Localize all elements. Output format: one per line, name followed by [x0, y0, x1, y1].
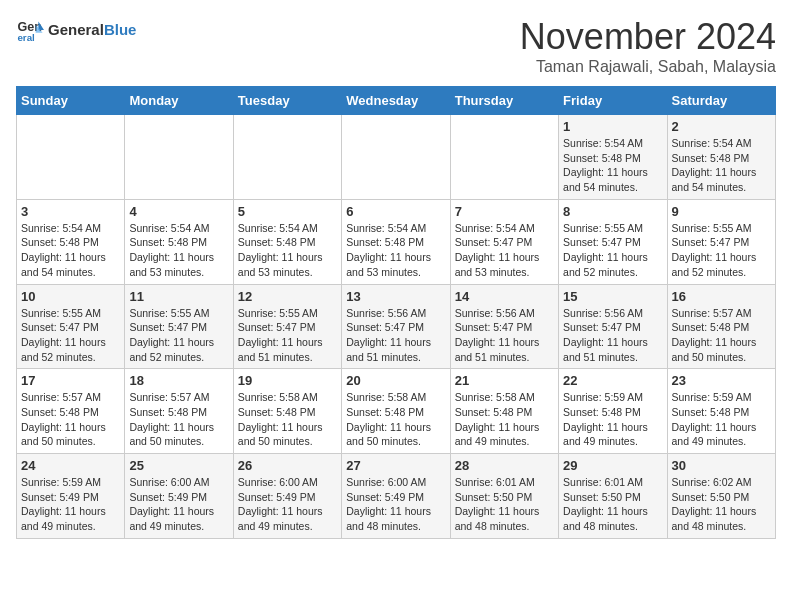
calendar-cell [125, 115, 233, 200]
calendar-cell: 7Sunrise: 5:54 AMSunset: 5:47 PMDaylight… [450, 199, 558, 284]
day-info: Sunrise: 5:54 AMSunset: 5:48 PMDaylight:… [672, 136, 771, 195]
weekday-header: Friday [559, 87, 667, 115]
weekday-header: Monday [125, 87, 233, 115]
day-info: Sunrise: 5:54 AMSunset: 5:48 PMDaylight:… [129, 221, 228, 280]
calendar-cell: 28Sunrise: 6:01 AMSunset: 5:50 PMDayligh… [450, 454, 558, 539]
day-number: 26 [238, 458, 337, 473]
calendar-cell: 4Sunrise: 5:54 AMSunset: 5:48 PMDaylight… [125, 199, 233, 284]
day-info: Sunrise: 5:55 AMSunset: 5:47 PMDaylight:… [672, 221, 771, 280]
calendar-cell: 30Sunrise: 6:02 AMSunset: 5:50 PMDayligh… [667, 454, 775, 539]
calendar-week-row: 24Sunrise: 5:59 AMSunset: 5:49 PMDayligh… [17, 454, 776, 539]
day-info: Sunrise: 5:58 AMSunset: 5:48 PMDaylight:… [238, 390, 337, 449]
day-info: Sunrise: 5:57 AMSunset: 5:48 PMDaylight:… [672, 306, 771, 365]
logo-icon: Gen eral [16, 16, 44, 44]
calendar-cell: 10Sunrise: 5:55 AMSunset: 5:47 PMDayligh… [17, 284, 125, 369]
day-number: 6 [346, 204, 445, 219]
day-number: 30 [672, 458, 771, 473]
day-number: 3 [21, 204, 120, 219]
day-info: Sunrise: 5:55 AMSunset: 5:47 PMDaylight:… [21, 306, 120, 365]
calendar-cell: 3Sunrise: 5:54 AMSunset: 5:48 PMDaylight… [17, 199, 125, 284]
month-title: November 2024 [520, 16, 776, 58]
calendar-cell: 12Sunrise: 5:55 AMSunset: 5:47 PMDayligh… [233, 284, 341, 369]
calendar-cell: 16Sunrise: 5:57 AMSunset: 5:48 PMDayligh… [667, 284, 775, 369]
day-number: 7 [455, 204, 554, 219]
calendar-cell: 22Sunrise: 5:59 AMSunset: 5:48 PMDayligh… [559, 369, 667, 454]
day-info: Sunrise: 5:58 AMSunset: 5:48 PMDaylight:… [455, 390, 554, 449]
weekday-header: Saturday [667, 87, 775, 115]
calendar-cell: 19Sunrise: 5:58 AMSunset: 5:48 PMDayligh… [233, 369, 341, 454]
calendar-cell: 14Sunrise: 5:56 AMSunset: 5:47 PMDayligh… [450, 284, 558, 369]
day-info: Sunrise: 5:57 AMSunset: 5:48 PMDaylight:… [129, 390, 228, 449]
page-header: Gen eral GeneralBlue November 2024 Taman… [16, 16, 776, 76]
day-number: 19 [238, 373, 337, 388]
day-number: 18 [129, 373, 228, 388]
day-info: Sunrise: 5:54 AMSunset: 5:47 PMDaylight:… [455, 221, 554, 280]
day-number: 24 [21, 458, 120, 473]
day-number: 15 [563, 289, 662, 304]
calendar-table: SundayMondayTuesdayWednesdayThursdayFrid… [16, 86, 776, 539]
day-info: Sunrise: 5:59 AMSunset: 5:49 PMDaylight:… [21, 475, 120, 534]
day-info: Sunrise: 5:59 AMSunset: 5:48 PMDaylight:… [563, 390, 662, 449]
calendar-cell: 15Sunrise: 5:56 AMSunset: 5:47 PMDayligh… [559, 284, 667, 369]
calendar-cell: 11Sunrise: 5:55 AMSunset: 5:47 PMDayligh… [125, 284, 233, 369]
day-number: 2 [672, 119, 771, 134]
day-number: 4 [129, 204, 228, 219]
calendar-cell: 18Sunrise: 5:57 AMSunset: 5:48 PMDayligh… [125, 369, 233, 454]
calendar-cell [17, 115, 125, 200]
day-number: 5 [238, 204, 337, 219]
calendar-cell: 21Sunrise: 5:58 AMSunset: 5:48 PMDayligh… [450, 369, 558, 454]
calendar-cell: 9Sunrise: 5:55 AMSunset: 5:47 PMDaylight… [667, 199, 775, 284]
calendar-cell: 5Sunrise: 5:54 AMSunset: 5:48 PMDaylight… [233, 199, 341, 284]
day-number: 25 [129, 458, 228, 473]
day-number: 9 [672, 204, 771, 219]
location: Taman Rajawali, Sabah, Malaysia [520, 58, 776, 76]
day-info: Sunrise: 5:56 AMSunset: 5:47 PMDaylight:… [346, 306, 445, 365]
calendar-cell: 29Sunrise: 6:01 AMSunset: 5:50 PMDayligh… [559, 454, 667, 539]
day-number: 10 [21, 289, 120, 304]
weekday-header-row: SundayMondayTuesdayWednesdayThursdayFrid… [17, 87, 776, 115]
day-number: 28 [455, 458, 554, 473]
calendar-cell: 26Sunrise: 6:00 AMSunset: 5:49 PMDayligh… [233, 454, 341, 539]
calendar-cell [342, 115, 450, 200]
calendar-cell: 1Sunrise: 5:54 AMSunset: 5:48 PMDaylight… [559, 115, 667, 200]
day-info: Sunrise: 6:00 AMSunset: 5:49 PMDaylight:… [238, 475, 337, 534]
calendar-cell: 27Sunrise: 6:00 AMSunset: 5:49 PMDayligh… [342, 454, 450, 539]
day-number: 16 [672, 289, 771, 304]
logo-blue: Blue [104, 21, 137, 38]
day-number: 29 [563, 458, 662, 473]
weekday-header: Tuesday [233, 87, 341, 115]
weekday-header: Thursday [450, 87, 558, 115]
weekday-header: Wednesday [342, 87, 450, 115]
day-info: Sunrise: 5:54 AMSunset: 5:48 PMDaylight:… [563, 136, 662, 195]
day-number: 1 [563, 119, 662, 134]
calendar-week-row: 3Sunrise: 5:54 AMSunset: 5:48 PMDaylight… [17, 199, 776, 284]
weekday-header: Sunday [17, 87, 125, 115]
title-block: November 2024 Taman Rajawali, Sabah, Mal… [520, 16, 776, 76]
day-info: Sunrise: 5:56 AMSunset: 5:47 PMDaylight:… [455, 306, 554, 365]
day-info: Sunrise: 6:02 AMSunset: 5:50 PMDaylight:… [672, 475, 771, 534]
calendar-cell: 6Sunrise: 5:54 AMSunset: 5:48 PMDaylight… [342, 199, 450, 284]
day-number: 20 [346, 373, 445, 388]
day-info: Sunrise: 6:01 AMSunset: 5:50 PMDaylight:… [455, 475, 554, 534]
day-number: 14 [455, 289, 554, 304]
day-info: Sunrise: 5:58 AMSunset: 5:48 PMDaylight:… [346, 390, 445, 449]
logo: Gen eral GeneralBlue [16, 16, 136, 44]
day-number: 11 [129, 289, 228, 304]
day-info: Sunrise: 5:57 AMSunset: 5:48 PMDaylight:… [21, 390, 120, 449]
calendar-cell: 23Sunrise: 5:59 AMSunset: 5:48 PMDayligh… [667, 369, 775, 454]
calendar-cell: 2Sunrise: 5:54 AMSunset: 5:48 PMDaylight… [667, 115, 775, 200]
day-number: 17 [21, 373, 120, 388]
day-number: 8 [563, 204, 662, 219]
calendar-cell: 17Sunrise: 5:57 AMSunset: 5:48 PMDayligh… [17, 369, 125, 454]
day-info: Sunrise: 5:56 AMSunset: 5:47 PMDaylight:… [563, 306, 662, 365]
calendar-week-row: 1Sunrise: 5:54 AMSunset: 5:48 PMDaylight… [17, 115, 776, 200]
day-info: Sunrise: 6:00 AMSunset: 5:49 PMDaylight:… [346, 475, 445, 534]
day-number: 13 [346, 289, 445, 304]
day-number: 23 [672, 373, 771, 388]
calendar-cell: 25Sunrise: 6:00 AMSunset: 5:49 PMDayligh… [125, 454, 233, 539]
day-info: Sunrise: 5:55 AMSunset: 5:47 PMDaylight:… [238, 306, 337, 365]
calendar-week-row: 10Sunrise: 5:55 AMSunset: 5:47 PMDayligh… [17, 284, 776, 369]
calendar-cell [450, 115, 558, 200]
svg-text:eral: eral [17, 32, 35, 43]
calendar-cell: 20Sunrise: 5:58 AMSunset: 5:48 PMDayligh… [342, 369, 450, 454]
